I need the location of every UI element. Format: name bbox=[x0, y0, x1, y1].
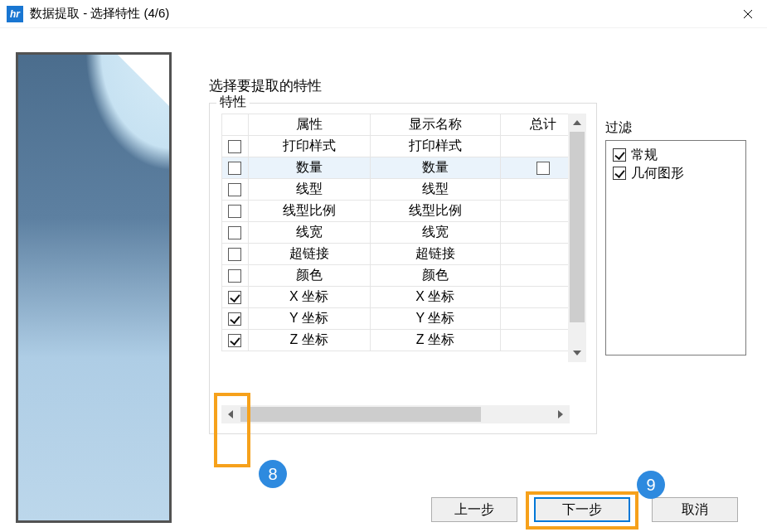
cell-attr: 线宽 bbox=[248, 222, 370, 244]
cell-display[interactable]: 超链接 bbox=[370, 244, 501, 265]
row-include-checkbox[interactable] bbox=[228, 312, 241, 326]
properties-group-label: 特性 bbox=[216, 94, 250, 111]
cell-attr: 颜色 bbox=[248, 265, 370, 287]
row-include-checkbox[interactable] bbox=[228, 140, 241, 153]
wizard-button-row: 上一步 下一步 取消 bbox=[0, 497, 767, 522]
window-title: 数据提取 - 选择特性 (4/6) bbox=[30, 6, 169, 22]
cell-display[interactable]: 打印样式 bbox=[370, 136, 501, 157]
chevron-right-icon bbox=[558, 410, 563, 418]
cell-attr: 超链接 bbox=[248, 244, 370, 265]
row-checkbox-cell[interactable] bbox=[222, 308, 249, 330]
properties-group: 特性 属性 显示名称 总计 打印样式打印样式数量数量线型 bbox=[209, 103, 597, 434]
scroll-down-button[interactable] bbox=[568, 344, 586, 362]
row-include-checkbox[interactable] bbox=[228, 269, 241, 283]
close-icon bbox=[743, 9, 753, 19]
table-row[interactable]: 线宽线宽 bbox=[222, 222, 586, 244]
cell-display[interactable]: 颜色 bbox=[370, 265, 501, 287]
table-row[interactable]: X 坐标X 坐标 bbox=[222, 287, 586, 308]
hscroll-thumb[interactable] bbox=[240, 407, 481, 422]
table-row[interactable]: 线型线型 bbox=[222, 179, 586, 201]
header-display: 显示名称 bbox=[370, 114, 501, 136]
filter-item-label: 常规 bbox=[631, 146, 658, 164]
table-row[interactable]: 超链接超链接 bbox=[222, 244, 586, 265]
scroll-right-button[interactable] bbox=[551, 405, 570, 423]
row-checkbox-cell[interactable] bbox=[222, 201, 249, 222]
row-include-checkbox[interactable] bbox=[228, 291, 241, 304]
chevron-down-icon bbox=[573, 351, 581, 355]
row-checkbox-cell[interactable] bbox=[222, 157, 249, 179]
vscroll-thumb[interactable] bbox=[570, 132, 585, 322]
row-include-checkbox[interactable] bbox=[228, 226, 241, 239]
header-attr: 属性 bbox=[248, 114, 370, 136]
cell-attr: Z 坐标 bbox=[248, 330, 370, 351]
row-include-checkbox[interactable] bbox=[228, 183, 241, 196]
app-icon: hr bbox=[7, 6, 23, 22]
chevron-up-icon bbox=[573, 120, 581, 125]
row-checkbox-cell[interactable] bbox=[222, 287, 249, 308]
vertical-scrollbar[interactable] bbox=[568, 114, 586, 362]
cell-attr: 线型比例 bbox=[248, 201, 370, 222]
properties-table: 属性 显示名称 总计 打印样式打印样式数量数量线型线型线型比例线型比例线宽线宽超… bbox=[221, 114, 586, 351]
row-include-checkbox[interactable] bbox=[228, 205, 241, 218]
filter-item-label: 几何图形 bbox=[631, 164, 684, 182]
properties-inner: 属性 显示名称 总计 打印样式打印样式数量数量线型线型线型比例线型比例线宽线宽超… bbox=[221, 114, 586, 379]
cell-display[interactable]: 数量 bbox=[370, 157, 501, 179]
row-checkbox-cell[interactable] bbox=[222, 136, 249, 157]
scroll-up-button[interactable] bbox=[568, 114, 586, 132]
callout-badge-8: 8 bbox=[259, 460, 287, 488]
table-row[interactable]: 打印样式打印样式 bbox=[222, 136, 586, 157]
filter-group: 过滤 常规几何图形 bbox=[605, 119, 746, 368]
next-button[interactable]: 下一步 bbox=[534, 497, 630, 522]
cell-display[interactable]: 线宽 bbox=[370, 222, 501, 244]
cell-display[interactable]: Z 坐标 bbox=[370, 330, 501, 351]
properties-table-wrap: 属性 显示名称 总计 打印样式打印样式数量数量线型线型线型比例线型比例线宽线宽超… bbox=[221, 114, 586, 362]
cell-display[interactable]: 线型比例 bbox=[370, 201, 501, 222]
prev-button[interactable]: 上一步 bbox=[431, 497, 517, 522]
table-row[interactable]: 数量数量 bbox=[222, 157, 586, 179]
cell-attr: 打印样式 bbox=[248, 136, 370, 157]
header-checkbox-col bbox=[222, 114, 249, 136]
callout-badge-9: 9 bbox=[637, 471, 665, 499]
row-checkbox-cell[interactable] bbox=[222, 179, 249, 201]
page-heading: 选择要提取的特性 bbox=[209, 76, 322, 95]
filter-item[interactable]: 常规 bbox=[613, 146, 739, 164]
row-checkbox-cell[interactable] bbox=[222, 265, 249, 287]
filter-item[interactable]: 几何图形 bbox=[613, 164, 739, 182]
table-row[interactable]: 线型比例线型比例 bbox=[222, 201, 586, 222]
row-include-checkbox[interactable] bbox=[228, 248, 241, 261]
filter-label: 过滤 bbox=[605, 119, 746, 137]
row-checkbox-cell[interactable] bbox=[222, 222, 249, 244]
filter-checkbox[interactable] bbox=[613, 167, 626, 180]
cell-attr: Y 坐标 bbox=[248, 308, 370, 330]
row-include-checkbox[interactable] bbox=[228, 162, 241, 175]
hscroll-track[interactable] bbox=[240, 405, 551, 423]
table-header-row: 属性 显示名称 总计 bbox=[222, 114, 586, 136]
cell-attr: 数量 bbox=[248, 157, 370, 179]
close-button[interactable] bbox=[729, 0, 767, 28]
total-checkbox[interactable] bbox=[536, 162, 550, 175]
cell-display[interactable]: Y 坐标 bbox=[370, 308, 501, 330]
vscroll-track[interactable] bbox=[568, 132, 586, 344]
preview-panel bbox=[16, 52, 172, 523]
dialog-body: 选择要提取的特性 特性 属性 显示名称 总计 bbox=[0, 28, 767, 532]
filter-listbox[interactable]: 常规几何图形 bbox=[605, 140, 746, 355]
cancel-button[interactable]: 取消 bbox=[652, 497, 738, 522]
row-include-checkbox[interactable] bbox=[228, 334, 241, 347]
table-row[interactable]: 颜色颜色 bbox=[222, 265, 586, 287]
cell-attr: 线型 bbox=[248, 179, 370, 201]
horizontal-scrollbar[interactable] bbox=[221, 405, 570, 423]
table-row[interactable]: Y 坐标Y 坐标 bbox=[222, 308, 586, 330]
filter-checkbox[interactable] bbox=[613, 148, 626, 162]
scroll-left-button[interactable] bbox=[221, 405, 240, 423]
chevron-left-icon bbox=[228, 410, 233, 418]
cell-display[interactable]: 线型 bbox=[370, 179, 501, 201]
row-checkbox-cell[interactable] bbox=[222, 330, 249, 351]
titlebar: hr 数据提取 - 选择特性 (4/6) bbox=[0, 0, 767, 28]
row-checkbox-cell[interactable] bbox=[222, 244, 249, 265]
cell-display[interactable]: X 坐标 bbox=[370, 287, 501, 308]
table-row[interactable]: Z 坐标Z 坐标 bbox=[222, 330, 586, 351]
cell-attr: X 坐标 bbox=[248, 287, 370, 308]
